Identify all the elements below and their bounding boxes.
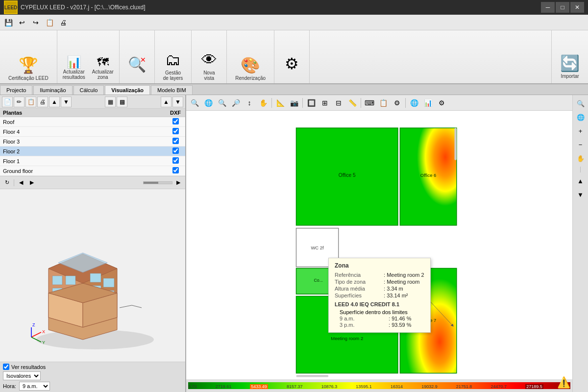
print-floor-button[interactable]: 🖨 <box>37 97 48 107</box>
rs-search-button[interactable]: 🔍 <box>574 97 587 110</box>
main-content: 📄 ✏ 📋 🖨 ▲ ▼ ▦ ▩ ▲ ▼ Plantas DXF <box>0 95 588 392</box>
collapse-down-button[interactable]: ▼ <box>172 97 183 107</box>
floor-dxf-check-0[interactable] <box>172 118 179 124</box>
separator2 <box>302 98 303 108</box>
undo-button[interactable]: ↩ <box>16 16 28 29</box>
bottom-controls: Ver resultados Isovalores Isolinhas Hora… <box>0 362 185 392</box>
globe-button[interactable]: 🌐 <box>202 97 215 109</box>
floor-dxf-check-3[interactable] <box>172 147 179 154</box>
floor-row-0[interactable]: Roof <box>0 117 185 127</box>
fit-button[interactable]: ↕ <box>243 97 256 109</box>
rs-up-button[interactable]: ▲ <box>574 174 587 187</box>
rs-down-button[interactable]: ▼ <box>574 188 587 201</box>
rs-zoom-in-button[interactable]: + <box>574 124 587 137</box>
certif-leed-button[interactable]: 🏆 Certificação LEED <box>4 53 53 83</box>
rs-zoom-out-button[interactable]: − <box>574 138 587 151</box>
config-button[interactable]: ⚙ <box>391 97 403 109</box>
floor-dxf-check-4[interactable] <box>172 157 179 164</box>
floor-dxf-3[interactable] <box>166 147 185 156</box>
new-floor-button[interactable]: 📄 <box>2 97 13 107</box>
move-down-button[interactable]: ▼ <box>61 97 72 107</box>
ruler-button[interactable]: 📏 <box>346 97 359 109</box>
grid-plus-button[interactable]: ⊞ <box>318 97 331 109</box>
col-plantas: Plantas <box>0 109 166 117</box>
rs-pan-button[interactable]: ✋ <box>574 152 587 165</box>
tooltip-tipo: Tipo de zona : Meeting room <box>335 279 424 285</box>
copy-floor-button[interactable]: 📋 <box>25 97 36 107</box>
3d-rotate-icon[interactable]: ↻ <box>2 178 12 188</box>
collapse-up-button[interactable]: ▲ <box>161 97 172 107</box>
floorplan-container: Office 5 Office 6 WC 2f Co. <box>186 111 572 379</box>
zone-tooltip: Zona Referência : Meeting room 2 Tipo de… <box>328 258 431 333</box>
tab-visualizacao[interactable]: Visualização <box>105 85 150 95</box>
floor-name-3: Floor 2 <box>0 147 166 156</box>
rect-select-button[interactable]: 🔲 <box>305 97 318 109</box>
qr-button1[interactable]: ▦ <box>105 97 116 107</box>
camera-button[interactable]: 📷 <box>288 97 300 109</box>
renderizacao-label: Renderização <box>235 75 266 81</box>
importar-button[interactable]: 🔄 Importar <box>556 51 584 81</box>
floor-row-4[interactable]: Floor 1 <box>0 156 185 166</box>
globe2-button[interactable]: 🌐 <box>408 97 420 109</box>
grid-minus-button[interactable]: ⊟ <box>332 97 345 109</box>
tab-projecto[interactable]: Projecto <box>0 85 32 95</box>
tooltip-leed-title: LEED 4.0 IEQ CREDIT 8.1 <box>335 301 424 307</box>
edit-floor-button[interactable]: ✏ <box>14 97 24 107</box>
maximize-button[interactable]: □ <box>556 2 569 13</box>
zoom-search-button[interactable]: 🔍 <box>188 97 201 109</box>
print-button[interactable]: 🖨 <box>57 16 70 29</box>
copy-button[interactable]: 📋 <box>43 16 56 29</box>
floor-row-2[interactable]: Floor 3 <box>0 137 185 147</box>
3d-expand-button[interactable]: ▶ <box>173 178 183 188</box>
floor-dxf-2[interactable] <box>166 137 185 147</box>
floor-row-5[interactable]: Ground floor <box>0 166 185 176</box>
tab-modelo-bim[interactable]: Modelo BIM <box>151 85 193 95</box>
hora-select[interactable]: 9 a.m. 3 p.m. 12 p.m. <box>19 382 50 391</box>
colorbar: 0.73 2719.61 5433.49 8157.37 10876.3 135… <box>186 379 572 392</box>
close-button[interactable]: ✕ <box>570 2 584 13</box>
floor-dxf-check-2[interactable] <box>172 138 179 144</box>
save-button[interactable]: 💾 <box>2 16 15 29</box>
hand-button[interactable]: ✋ <box>257 97 270 109</box>
actualizar-zona-button[interactable]: 🗺 Actualizarzona <box>90 55 116 81</box>
renderizacao-button[interactable]: 🎨 Renderização <box>231 53 270 83</box>
svg-line-20 <box>120 305 132 308</box>
minimize-button[interactable]: ─ <box>541 2 555 13</box>
floor-row-1[interactable]: Floor 4 <box>0 127 185 137</box>
zoom-out-button[interactable]: 🔎 <box>229 97 242 109</box>
ver-resultados-check[interactable]: Ver resultados <box>3 364 46 370</box>
zoom-in-button[interactable]: 🔍 <box>216 97 228 109</box>
redo-button[interactable]: ↪ <box>29 16 42 29</box>
qr-button2[interactable]: ▩ <box>117 97 127 107</box>
chart-button[interactable]: 📊 <box>421 97 434 109</box>
floor-dxf-5[interactable] <box>166 166 185 176</box>
clip-button[interactable]: 📋 <box>377 97 390 109</box>
floor-dxf-0[interactable] <box>166 117 185 127</box>
quick-access-toolbar: 💾 ↩ ↪ 📋 🖨 <box>0 15 588 30</box>
nova-vista-button[interactable]: 👁 Novavista <box>196 49 222 83</box>
move-up-button[interactable]: ▲ <box>49 97 60 107</box>
gear2-button[interactable]: ⚙ <box>435 97 448 109</box>
actualizar-resultados-button[interactable]: 📊 Actualizarresultados <box>60 55 88 81</box>
floor-dxf-4[interactable] <box>166 156 185 166</box>
3d-scroll-right[interactable]: ▶ <box>27 178 37 188</box>
settings-button[interactable]: ⚙ <box>278 52 305 83</box>
tab-calculo[interactable]: Cálculo <box>74 85 104 95</box>
separator1 <box>271 98 272 108</box>
floor-dxf-1[interactable] <box>166 127 185 137</box>
floor-dxf-check-1[interactable] <box>172 128 179 134</box>
ver-resultados-label: Ver resultados <box>11 364 46 370</box>
tooltip-am-val: : 91.46 % <box>389 316 412 321</box>
floor-dxf-check-5[interactable] <box>172 167 179 173</box>
gestao-layers-button[interactable]: 🗂 Gestãode layers <box>159 49 188 83</box>
3d-zoom-icon[interactable]: ◀ <box>16 178 26 188</box>
ver-resultados-checkbox[interactable] <box>3 364 9 370</box>
special-button[interactable]: 🔍 ✕ <box>123 53 150 83</box>
floor-row-3[interactable]: Floor 2 <box>0 147 185 156</box>
measure-button[interactable]: 📐 <box>274 97 287 109</box>
rs-globe-button[interactable]: 🌐 <box>574 111 587 123</box>
tab-iluminacao[interactable]: Iluminação <box>33 85 72 95</box>
cb-val-7: 19032.9 <box>421 384 438 389</box>
isovalores-select[interactable]: Isovalores Isolinhas <box>3 371 41 380</box>
keyboard-button[interactable]: ⌨ <box>363 97 376 109</box>
